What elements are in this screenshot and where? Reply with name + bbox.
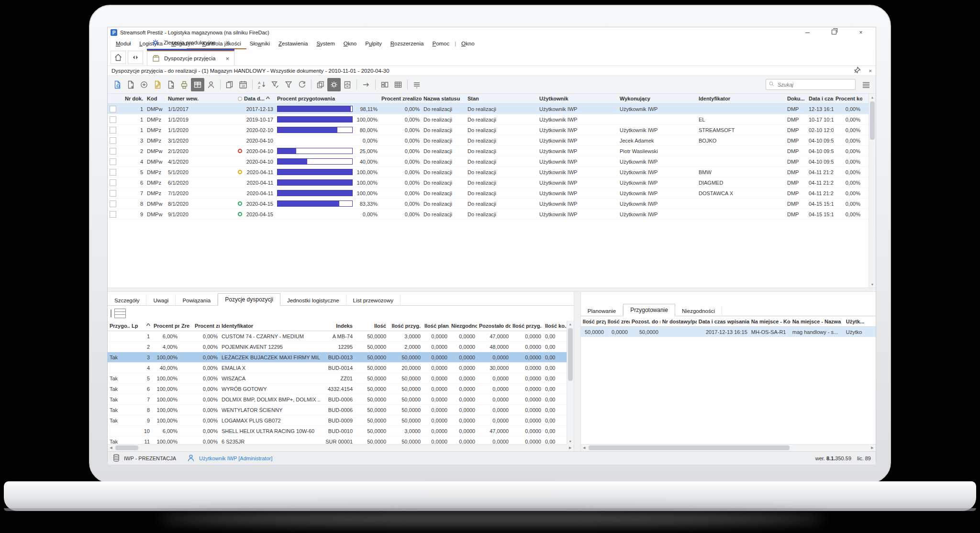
table-row[interactable]: 1DMPw1/1/20172017-12-1398,11%0,00%Do rea…	[108, 104, 876, 114]
column-header-indeks[interactable]: Indeks	[320, 323, 355, 329]
close-tab-icon[interactable]: ×	[226, 39, 230, 46]
table-row[interactable]: Tak3100,00%0,00%LEŻACZEK BUJACZEK MAXI F…	[108, 352, 574, 363]
column-header-przygo[interactable]: Przygo...	[108, 323, 130, 329]
column-header-ident[interactable]: Identyfikator	[220, 323, 320, 329]
row-checkbox[interactable]	[110, 169, 116, 176]
table-row[interactable]: Tak6100,00%0,00%WYRÓB GOTOWY4332.415450,…	[108, 384, 574, 394]
tab-powiązania[interactable]: Powiązania	[176, 295, 218, 306]
menu-item-zestawienia[interactable]: Zestawienia	[274, 39, 312, 48]
scroll-down-icon[interactable]: ▼	[869, 281, 876, 288]
arrow-right-icon[interactable]	[359, 78, 373, 91]
menu-item-system[interactable]: System	[312, 39, 339, 48]
column-header-zreal[interactable]: Procent zrealizowa...	[379, 96, 422, 101]
table-row[interactable]: Tak8100,00%0,00%WENTYLATOR ŚCIENNYBUD-00…	[108, 405, 574, 415]
column-header-ident[interactable]: Identyfikator	[697, 96, 785, 101]
row-checkbox[interactable]	[110, 116, 116, 123]
refresh-icon[interactable]	[295, 78, 309, 91]
copy-icon[interactable]	[314, 78, 327, 91]
column-header-pozost[interactable]: Pozostało do pr...	[477, 323, 511, 329]
column-header-iko[interactable]: Ilość ko...	[543, 323, 567, 329]
column-header-lp[interactable]: Lp^	[130, 323, 152, 329]
scrollbar-thumb[interactable]	[589, 445, 790, 450]
restore-button[interactable]	[828, 29, 840, 36]
search-input[interactable]	[777, 81, 853, 88]
close-view-icon[interactable]: ×	[869, 68, 872, 74]
settings-icon[interactable]	[327, 78, 341, 91]
table-row[interactable]: 5DMPz5/1/20202020-04-11100,00%0,00%Do re…	[108, 167, 876, 178]
column-header-wykon[interactable]: Wykonujący	[618, 96, 697, 101]
column-header-nazwa[interactable]: Nazwa statusu	[422, 96, 466, 101]
table-row[interactable]: 8DMPw8/1/20202020-04-1583,33%0,00%Do rea…	[108, 199, 876, 209]
calendar-icon[interactable]: 18	[236, 78, 250, 91]
scrollbar-thumb[interactable]	[115, 445, 138, 450]
close-tab-icon[interactable]: ×	[225, 55, 229, 62]
column-header-numer[interactable]: Numer wew.	[166, 96, 236, 101]
row-checkbox[interactable]	[110, 211, 116, 218]
add-circle-icon[interactable]	[137, 78, 151, 91]
menu-item-okno[interactable]: Okno	[457, 39, 479, 48]
menu-item-pomoc[interactable]: Pomoc	[428, 39, 454, 48]
tab-szczegóły[interactable]: Szczegóły	[108, 295, 146, 306]
filter-edit-icon[interactable]	[268, 78, 282, 91]
row-checkbox[interactable]	[110, 158, 116, 165]
table-row[interactable]: 106,00%0,00%SHELL HELIX ULTRA RACING 10W…	[108, 426, 574, 436]
scrollbar-thumb[interactable]	[870, 101, 875, 140]
row-checkbox[interactable]	[110, 137, 116, 144]
column-header-kod[interactable]: Kod	[145, 96, 166, 101]
row-checkbox[interactable]	[110, 190, 116, 197]
menu-item-rozszerzenia[interactable]: Rozszerzenia	[386, 39, 428, 48]
scrollbar-thumb[interactable]	[568, 328, 573, 381]
scroll-up-icon[interactable]: ▲	[567, 321, 574, 327]
tab-planowanie[interactable]: Planowanie	[581, 306, 623, 316]
column-header-iprzyg[interactable]: Ilość przyg.	[581, 319, 606, 324]
column-header-data[interactable]: Data d...^	[236, 96, 275, 101]
window-view-icon[interactable]	[191, 78, 204, 91]
column-header-uzytk[interactable]: Użytkownik	[537, 96, 618, 101]
delete-document-icon[interactable]	[164, 78, 178, 91]
home-icon[interactable]	[111, 51, 126, 64]
tab-dyspozycje-przyjęcia[interactable]: Dyspozycje przyjęcia×	[147, 50, 234, 66]
column-header-izreal[interactable]: Ilość zrealiz.	[606, 319, 630, 324]
column-header-dt[interactable]: Data i czas wpisania	[697, 319, 749, 324]
table-row[interactable]: 4DMPw4/1/20202020-04-1040,00%0,00%Do rea…	[108, 156, 876, 167]
hamburger-icon[interactable]	[404, 295, 411, 303]
user-icon[interactable]	[204, 78, 218, 91]
column-header-pozost[interactable]: Pozost. do re...	[630, 319, 660, 324]
table-row[interactable]: 16,00%0,00%CUSTOM 74 - CZARNY - MEDIUMA …	[108, 331, 574, 342]
tab-jednostki-logistyczne[interactable]: Jednostki logistyczne	[280, 295, 346, 306]
insert-column-icon[interactable]	[378, 78, 391, 91]
tab-uwagi[interactable]: Uwagi	[146, 295, 176, 306]
table-row[interactable]: Tak7100,00%0,00%DOLMIX BMP, DOLMIX BMP+,…	[108, 394, 574, 405]
column-header-doku[interactable]: Doku...	[785, 96, 807, 101]
tab-niezgodności[interactable]: Niezgodności	[675, 306, 722, 316]
tab-zlecenia-produkcyjne[interactable]: Zlecenia produkcyjne×	[147, 36, 234, 50]
table-row[interactable]: 50,00000,000050,00002017-12-13 16:15MH-O…	[581, 327, 876, 337]
column-header-uzytk[interactable]: Użytk...	[844, 319, 868, 324]
table-row[interactable]: 1DMPz1/1/20192019-10-17100,00%0,00%Do re…	[108, 114, 876, 125]
column-header-przyg[interactable]: Procent przygotowania	[275, 96, 379, 101]
table-row[interactable]: Tak9100,00%0,00%LOGAMAX PLUS GB072BUD-00…	[108, 415, 574, 426]
table-row[interactable]: Tak11100,00%0,00%6 S235JRSUR 0000150,000…	[108, 436, 574, 444]
print-icon[interactable]	[178, 78, 191, 91]
scroll-up-icon[interactable]: ▲	[869, 94, 876, 100]
new-document-icon[interactable]	[111, 78, 124, 91]
column-header-pr[interactable]: Procent pr...	[152, 323, 179, 329]
column-header-ilosc[interactable]: Ilość	[355, 323, 388, 329]
menu-item-modu-[interactable]: Moduł	[111, 39, 135, 48]
table-row[interactable]: 9DMPw9/1/20202020-04-150,00%0,00%Do real…	[108, 209, 876, 220]
column-header-iprzyg[interactable]: Ilość przyg.	[388, 323, 423, 329]
column-header-kod[interactable]: Na miejsce - Kod	[749, 319, 791, 324]
table-row[interactable]: 7DMPz7/1/20202020-04-11100,00%0,00%Do re…	[108, 188, 876, 199]
table-row[interactable]: 24,00%0,00%POJEMNIK AVENT 122951229550,0…	[108, 342, 574, 352]
row-checkbox[interactable]	[110, 148, 116, 155]
column-header-stan[interactable]: Stan	[466, 96, 537, 101]
column-header-niezg[interactable]: Niezgodno...	[449, 323, 477, 329]
table-row[interactable]: 2DMPw2/1/20202020-04-1025,00%0,00%Do rea…	[108, 146, 876, 156]
column-header-ko[interactable]: Procent ko...	[834, 96, 862, 101]
scroll-right-icon[interactable]: ▶	[567, 444, 574, 451]
scroll-down-icon[interactable]: ▼	[567, 438, 574, 444]
scroll-left-icon[interactable]: ◀	[581, 444, 588, 451]
scroll-right-icon[interactable]: ▶	[869, 444, 876, 451]
layout-table-icon[interactable]	[114, 309, 126, 318]
current-user-link[interactable]: Użytkownik IWP [Administrator]	[199, 455, 272, 461]
